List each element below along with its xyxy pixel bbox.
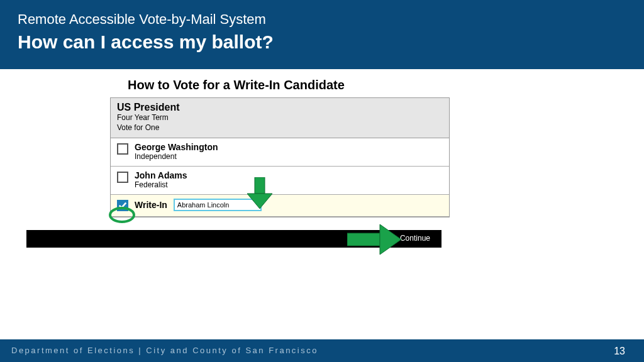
contest-card: US President Four Year Term Vote for One… (110, 97, 450, 217)
contest-title: US President (117, 102, 443, 113)
checkbox-checked-icon[interactable] (117, 200, 128, 211)
candidate-name: John Adams (135, 170, 187, 180)
candidate-name: George Washington (135, 142, 218, 152)
contest-rule: Vote for One (117, 123, 443, 133)
footer-text: Department of Elections | City and Count… (11, 346, 318, 355)
candidate-row[interactable]: John Adams Federalist (111, 167, 449, 195)
continue-label: Continue (400, 234, 430, 243)
header-title: How can I access my ballot? (18, 31, 626, 53)
writein-row[interactable]: Write-In (111, 195, 449, 217)
page-number: 13 (614, 346, 625, 357)
contest-term: Four Year Term (117, 113, 443, 123)
candidate-info: George Washington Independent (135, 142, 218, 161)
header-subtitle: Remote Accessible Vote-by-Mail System (18, 11, 626, 28)
svg-rect-1 (255, 177, 265, 194)
candidate-row[interactable]: George Washington Independent (111, 138, 449, 167)
arrow-down-icon (247, 177, 272, 210)
slide-header: Remote Accessible Vote-by-Mail System Ho… (0, 0, 644, 69)
svg-rect-3 (347, 233, 380, 246)
candidate-party: Independent (135, 152, 218, 161)
content-area: How to Vote for a Write-In Candidate US … (110, 74, 450, 217)
svg-marker-4 (380, 224, 401, 255)
contest-header: US President Four Year Term Vote for One (111, 98, 449, 138)
arrow-right-icon (347, 223, 402, 256)
checkbox-unchecked-icon[interactable] (117, 172, 128, 183)
checkbox-unchecked-icon[interactable] (117, 143, 128, 155)
section-heading: How to Vote for a Write-In Candidate (128, 78, 450, 92)
slide-footer: Department of Elections | City and Count… (0, 339, 644, 362)
writein-label: Write-In (135, 200, 167, 210)
svg-marker-2 (247, 194, 272, 209)
candidate-info: John Adams Federalist (135, 170, 187, 189)
candidate-party: Federalist (135, 180, 187, 189)
